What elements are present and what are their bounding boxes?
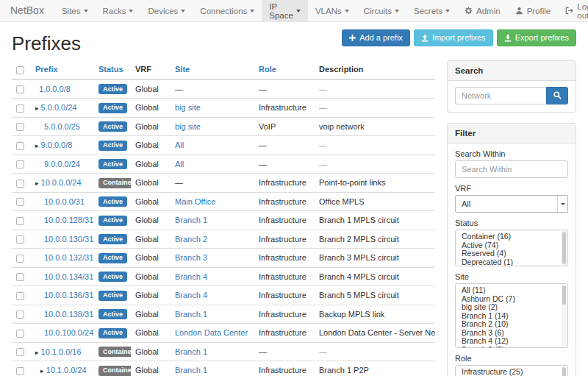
prefix-link[interactable]: 10.0.0.132/31	[44, 253, 93, 262]
row-checkbox[interactable]	[16, 367, 24, 375]
row-checkbox[interactable]	[16, 142, 24, 150]
site-link[interactable]: Main Office	[175, 197, 215, 206]
row-checkbox[interactable]	[16, 311, 24, 319]
nav-item-devices[interactable]: Devices	[140, 0, 193, 21]
search-within-input[interactable]	[455, 160, 568, 178]
nav-item-sites[interactable]: Sites	[54, 0, 96, 21]
status-badge: Active	[98, 159, 127, 169]
add-prefix-button[interactable]: Add a prefix	[342, 29, 410, 46]
role-filter-list[interactable]: Infrastructure (25) Management (8) Priva…	[455, 365, 568, 376]
prefix-link[interactable]: 10.1.0.0/16	[41, 347, 82, 356]
prefix-link[interactable]: 10.0.0.134/31	[44, 272, 93, 281]
site-link[interactable]: big site	[175, 122, 201, 131]
filter-option[interactable]: Infrastructure (25)	[456, 367, 567, 376]
filter-option[interactable]: big site (2)	[456, 302, 567, 311]
filter-option[interactable]: Branch 5 (7)	[456, 345, 567, 349]
site-link[interactable]: Branch 4	[175, 291, 207, 299]
row-checkbox[interactable]	[16, 123, 24, 131]
prefix-link[interactable]: 10.0.0.0/24	[41, 178, 82, 187]
scrollbar[interactable]	[562, 366, 567, 376]
row-checkbox[interactable]	[16, 292, 24, 300]
row-checkbox[interactable]	[16, 85, 24, 93]
site-link[interactable]: big site	[175, 103, 201, 112]
column-header-site[interactable]: Site	[171, 60, 254, 79]
nav-item-secrets[interactable]: Secrets	[406, 0, 457, 21]
site-link[interactable]: Branch 2	[175, 235, 207, 244]
nav-item-connections[interactable]: Connections	[193, 0, 262, 21]
prefix-link[interactable]: 9.0.0.0/24	[44, 160, 80, 169]
site-link[interactable]: Branch 1	[175, 347, 207, 356]
nav-item-circuits[interactable]: Circuits	[356, 0, 406, 21]
filter-option[interactable]: Ashburn DC (7)	[456, 294, 567, 303]
row-checkbox[interactable]	[16, 273, 24, 281]
description-cell: Office MPLS	[315, 192, 435, 211]
prefix-link[interactable]: 1.0.0.0/8	[39, 85, 71, 93]
row-checkbox[interactable]	[16, 255, 24, 263]
status-cell: Active	[94, 230, 131, 249]
site-link[interactable]: London Data Center	[175, 328, 248, 337]
prefix-link[interactable]: 10.0.0.130/31	[44, 235, 93, 244]
vrf-value: Global	[135, 85, 159, 93]
sidebar: Search Filter Searc	[447, 60, 576, 376]
site-link[interactable]: Branch 4	[175, 272, 207, 281]
filter-option[interactable]: All (11)	[456, 285, 567, 294]
search-button[interactable]	[546, 87, 568, 104]
filter-option[interactable]: Reserved (4)	[456, 249, 567, 258]
column-header-role[interactable]: Role	[254, 60, 315, 79]
search-input[interactable]	[455, 87, 546, 104]
prefix-link[interactable]: 10.0.100.0/24	[44, 328, 93, 337]
scrollbar[interactable]	[562, 231, 567, 265]
role-cell: —	[254, 342, 315, 361]
filter-option[interactable]: Branch 2 (10)	[456, 319, 567, 328]
row-checkbox[interactable]	[16, 235, 24, 244]
nav-item-profile[interactable]: Profile	[508, 0, 559, 21]
prefix-link[interactable]: 5.0.0.0/24	[41, 103, 77, 112]
select-all-checkbox[interactable]	[16, 66, 24, 74]
export-prefixes-button[interactable]: Export prefixes	[497, 29, 576, 46]
site-link[interactable]: Branch 3	[175, 253, 207, 262]
nav-item-logout[interactable]: Log out	[558, 0, 588, 21]
site-link[interactable]: Branch 1	[175, 216, 207, 224]
prefix-link[interactable]: 9.0.0.0/8	[41, 141, 73, 149]
column-header-prefix[interactable]: Prefix	[31, 60, 94, 79]
nav-item-ip-space[interactable]: IP Space	[262, 0, 308, 21]
filter-option[interactable]: Deprecated (1)	[456, 258, 567, 266]
prefix-link[interactable]: 10.0.0.138/31	[44, 310, 93, 319]
vrf-select[interactable]: All	[455, 195, 568, 213]
site-filter-list[interactable]: All (11) Ashburn DC (7) big site (2) Bra…	[455, 283, 568, 348]
nav-item-racks[interactable]: Racks	[96, 0, 141, 21]
prefix-link[interactable]: 10.0.0.136/31	[44, 291, 93, 299]
import-prefixes-button[interactable]: Import prefixes	[414, 29, 493, 46]
prefix-link[interactable]: 10.0.0.128/31	[44, 216, 93, 224]
filter-option[interactable]: Container (16)	[456, 232, 567, 241]
row-checkbox[interactable]	[16, 330, 24, 338]
site-link[interactable]: All	[175, 160, 184, 169]
prefix-link[interactable]: 10.0.0.0/31	[44, 197, 85, 206]
prefix-cell-inner: ▸10.0.0.0/24	[35, 178, 82, 187]
nav-item-admin[interactable]: Admin	[457, 0, 508, 21]
site-link[interactable]: Branch 1	[175, 366, 207, 375]
row-checkbox[interactable]	[16, 217, 24, 225]
column-header-status[interactable]: Status	[94, 60, 131, 79]
prefix-link[interactable]: 10.1.0.0/24	[46, 366, 87, 375]
filter-option[interactable]: Branch 4 (12)	[456, 336, 567, 345]
filter-option[interactable]: Active (74)	[456, 241, 567, 249]
row-checkbox[interactable]	[16, 160, 24, 169]
prefix-link[interactable]: 5.0.0.0/25	[44, 122, 80, 131]
nav-item-vlans[interactable]: VLANs	[308, 0, 356, 21]
description-cell: Branch 3 MPLS circuit	[315, 249, 435, 268]
chevron-down-icon	[250, 10, 254, 13]
filter-option[interactable]: Branch 1 (14)	[456, 311, 567, 320]
filter-option[interactable]: Branch 3 (6)	[456, 328, 567, 337]
role-value: —	[259, 141, 267, 149]
status-filter-list[interactable]: Container (16) Active (74) Reserved (4) …	[455, 230, 568, 266]
site-link[interactable]: All	[175, 141, 184, 149]
row-checkbox[interactable]	[16, 198, 24, 206]
row-checkbox[interactable]	[16, 104, 24, 113]
prefix-cell: 10.0.0.132/31	[31, 249, 94, 268]
row-checkbox[interactable]	[16, 180, 24, 188]
app-logo[interactable]: NetBox	[0, 0, 54, 21]
scrollbar[interactable]	[562, 285, 567, 347]
site-link[interactable]: Branch 1	[175, 310, 207, 319]
row-checkbox[interactable]	[16, 348, 24, 356]
